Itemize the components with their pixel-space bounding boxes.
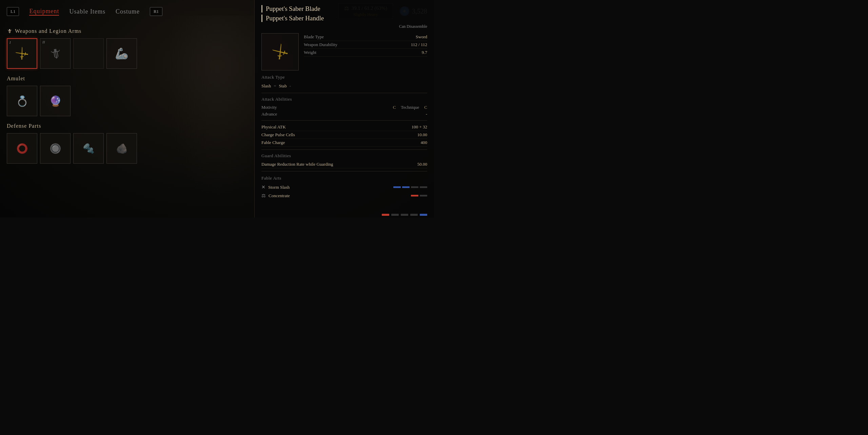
divider-2 xyxy=(261,120,427,121)
weapon-preview-icon: ⚔ xyxy=(268,39,292,64)
defense-grid: ⭕ 🔘 🔩 🪨 xyxy=(7,133,170,164)
tab-costume[interactable]: Costume xyxy=(116,8,140,15)
concentrate-label: Concentrate xyxy=(269,193,290,199)
amulet-slot-2[interactable]: 🔮 xyxy=(40,86,71,116)
weapon-detail-area: ⚔ Blade Type Sword Weapon Durability 112… xyxy=(261,33,427,70)
charge-pip-1 xyxy=(393,186,401,188)
defense-2-icon: 🔘 xyxy=(50,143,61,154)
bottom-charge-bar xyxy=(382,214,427,216)
bottom-pip-blue xyxy=(420,214,427,216)
bottom-pip-red xyxy=(382,214,389,216)
motivity-label: Motivity xyxy=(261,105,277,110)
physical-atk-row: Physical ATK 100 + 32 xyxy=(261,123,427,131)
amulet-header: Amulet xyxy=(7,76,170,82)
amulet-slot-1[interactable]: 💍 xyxy=(7,86,37,116)
fable-charge-row: Fable Charge 400 xyxy=(261,139,427,147)
fable-charge-value: 400 xyxy=(421,140,428,145)
bottom-pip-gray-3 xyxy=(410,214,418,216)
sword-weapon-icon: 🗡 xyxy=(47,45,63,62)
motivity-row: Motivity C Technique C xyxy=(261,104,427,111)
disassemble-label: Can Disassemble xyxy=(261,24,427,29)
defense-header: Defense Parts xyxy=(7,123,170,129)
guard-dmg-label: Damage Reduction Rate while Guarding xyxy=(261,162,333,167)
technique-label: Technique xyxy=(401,105,419,110)
concentrate-charges xyxy=(411,195,427,196)
charge-pip-2 xyxy=(402,186,410,188)
slash-label: Slash xyxy=(261,83,271,89)
legion-arm-slot[interactable]: 🦾 xyxy=(106,38,137,69)
defense-slot-1[interactable]: ⭕ xyxy=(7,133,37,164)
divider-1 xyxy=(261,93,427,93)
charge-pulse-row: Charge Pulse Cells 10.00 xyxy=(261,131,427,139)
weight-stat-label: Weight xyxy=(304,50,316,55)
bottom-pip-gray-2 xyxy=(401,214,408,216)
charge-pulse-value: 10.00 xyxy=(417,132,427,138)
defense-3-icon: 🔩 xyxy=(83,143,95,154)
weight-stat-value: 9.7 xyxy=(422,50,427,55)
fable-arts-section: Fable Arts ✕ Storm Slash ⚖ Concentrate xyxy=(261,175,427,200)
arm-icon: 🦾 xyxy=(115,47,129,60)
l1-button[interactable]: L1 xyxy=(7,7,19,16)
tab-usable-items[interactable]: Usable Items xyxy=(69,8,105,15)
character-area xyxy=(166,16,268,202)
defense-slot-3[interactable]: 🔩 xyxy=(73,133,104,164)
weapon-image: ⚔ xyxy=(261,33,299,70)
concentrate-pip-1 xyxy=(411,195,418,196)
weapon-stats-block: Blade Type Sword Weapon Durability 112 /… xyxy=(304,33,427,70)
advance-value: - xyxy=(426,111,427,117)
storm-slash-label: Storm Slash xyxy=(268,185,290,190)
attack-type-row: Slash = Stab - xyxy=(261,82,427,90)
dash-sign: - xyxy=(290,83,291,89)
right-panel: Puppet's Saber Blade Puppet's Saber Hand… xyxy=(254,0,434,218)
attack-type-header: Attack Type xyxy=(261,75,427,80)
weapons-title: Weapons and Legion Arms xyxy=(15,28,81,34)
durability-label: Weapon Durability xyxy=(304,42,337,47)
fable-arts-header: Fable Arts xyxy=(261,175,427,181)
charge-pip-3 xyxy=(411,186,418,188)
motivity-value: C Technique C xyxy=(393,105,427,110)
defense-slot-4[interactable]: 🪨 xyxy=(106,133,137,164)
blade-type-value: Sword xyxy=(416,34,427,40)
amulet-grid: 💍 🔮 xyxy=(7,86,170,116)
bottom-pip-gray-1 xyxy=(391,214,399,216)
weapon-slot-1[interactable]: I ⚔ xyxy=(7,38,37,69)
blade-type-label: Blade Type xyxy=(304,34,324,40)
fable-charge-label: Fable Charge xyxy=(261,140,285,145)
tab-equipment[interactable]: Equipment xyxy=(29,8,59,16)
guard-dmg-value: 50.00 xyxy=(417,162,427,167)
stab-label: Stab xyxy=(279,83,287,89)
advance-label: Advance xyxy=(261,111,277,117)
weight-row: Weight 9.7 xyxy=(304,49,427,57)
charge-pulse-label: Charge Pulse Cells xyxy=(261,132,295,138)
guard-abilities-header: Guard Abilities xyxy=(261,153,427,159)
weapon-title-block: Puppet's Saber Blade Puppet's Saber Hand… xyxy=(261,5,427,22)
storm-slash-icon: ✕ xyxy=(261,184,265,190)
weapon-slot-3[interactable] xyxy=(73,38,104,69)
storm-slash-charges xyxy=(393,186,427,188)
left-panel: 🗡 Weapons and Legion Arms I ⚔ II 🗡 🦾 Amu… xyxy=(0,23,176,218)
defense-slot-2[interactable]: 🔘 xyxy=(40,133,71,164)
charge-pip-4 xyxy=(420,186,427,188)
durability-value: 112 / 112 xyxy=(411,42,427,47)
weapons-grid: I ⚔ II 🗡 🦾 xyxy=(7,38,170,69)
r1-button[interactable]: R1 xyxy=(150,7,162,16)
concentrate-icon: ⚖ xyxy=(261,193,266,199)
physical-atk-label: Physical ATK xyxy=(261,124,286,130)
amulet-2-icon: 🔮 xyxy=(49,95,62,107)
durability-row: Weapon Durability 112 / 112 xyxy=(304,41,427,49)
weapon-slot-2[interactable]: II 🗡 xyxy=(40,38,71,69)
weapons-icon: 🗡 xyxy=(7,28,12,34)
concentrate-pip-2 xyxy=(420,195,427,196)
amulet-1-icon: 💍 xyxy=(16,95,28,107)
fable-art-2-row: ⚖ Concentrate xyxy=(261,191,427,200)
divider-3 xyxy=(261,149,427,150)
divider-4 xyxy=(261,171,427,171)
blade-type-row: Blade Type Sword xyxy=(304,33,427,41)
motivity-grade: C xyxy=(393,105,396,110)
blade-name: Puppet's Saber Blade xyxy=(261,5,427,13)
weapons-header: 🗡 Weapons and Legion Arms xyxy=(7,28,170,34)
guard-dmg-row: Damage Reduction Rate while Guarding 50.… xyxy=(261,161,427,168)
equals-sign: = xyxy=(274,83,276,89)
advance-row: Advance - xyxy=(261,111,427,118)
fable-art-1-name-area: ✕ Storm Slash xyxy=(261,184,290,190)
